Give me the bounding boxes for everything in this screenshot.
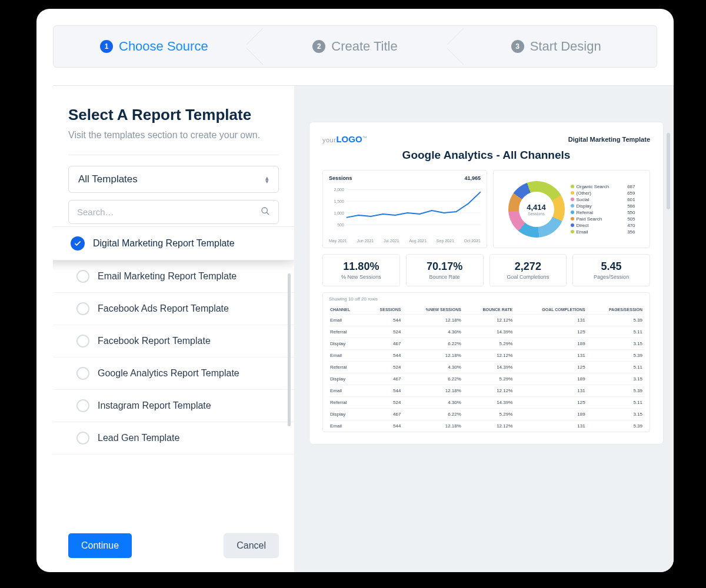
kpi-card: 11.80%% New Sessions <box>322 254 400 286</box>
kpi-card: 2,272Goal Completions <box>489 254 567 286</box>
app-frame: 1Choose Source2Create Title3Start Design… <box>36 9 674 572</box>
kpi-card: 5.45Pages/Session <box>572 254 650 286</box>
preview-report-title: Google Analytics - All Channels <box>322 149 650 162</box>
channels-table-card: Showing 10 off 20 rows CHANNELSESSIONS%N… <box>322 292 650 432</box>
step-label: Choose Source <box>119 39 208 54</box>
table-row: Display4676.22%5.29%1893.15 <box>329 373 644 385</box>
template-list: Digital Marketing Report TemplateEmail M… <box>53 226 294 522</box>
table-row: Email54412.18%12.12%1315.39 <box>329 350 644 362</box>
wizard-stepper: 1Choose Source2Create Title3Start Design <box>53 25 657 68</box>
radio-icon <box>76 270 89 283</box>
channels-donut-card: 4,414 Sessions Organic Search687(Other)6… <box>493 170 650 248</box>
template-filter-value: All Templates <box>78 173 138 185</box>
donut-center-label: Sessions <box>528 212 544 216</box>
table-row-hint: Showing 10 off 20 rows <box>329 296 644 302</box>
preview-template-name: Digital Marketing Template <box>568 136 650 143</box>
template-item[interactable]: Facebook Ads Report Template <box>53 293 294 325</box>
template-filter-select[interactable]: All Templates ▴▾ <box>68 166 279 193</box>
table-row: Email54412.18%12.12%1315.39 <box>329 315 644 326</box>
cancel-button[interactable]: Cancel <box>224 533 279 558</box>
wizard-body: Select A Report Template Visit the templ… <box>53 85 674 572</box>
legend-item: Email356 <box>571 229 635 235</box>
panel-subtitle: Visit the templates section to create yo… <box>53 124 294 141</box>
template-panel: Select A Report Template Visit the templ… <box>53 86 294 572</box>
panel-title: Select A Report Template <box>53 106 294 124</box>
table-row: Display4676.22%5.29%1893.15 <box>329 409 644 420</box>
template-item[interactable]: Instagram Report Template <box>53 390 294 422</box>
sessions-total: 41,965 <box>464 175 481 181</box>
template-label: Lead Gen Template <box>98 433 179 443</box>
table-row: Referral5244.30%14.39%1255.11 <box>329 397 644 409</box>
donut-center-value: 4,414 <box>527 203 546 212</box>
preview-scrollbar[interactable] <box>667 133 670 209</box>
legend-item: Social601 <box>571 197 635 202</box>
updown-icon: ▴▾ <box>265 176 269 183</box>
radio-icon <box>76 399 89 412</box>
kpi-card: 70.17%Bounce Rate <box>406 254 484 286</box>
svg-text:1,500: 1,500 <box>334 199 344 203</box>
table-row: Referral5244.30%14.39%1255.11 <box>329 326 644 338</box>
table-row: Email54412.18%12.12%1315.39 <box>329 385 644 397</box>
step-label: Start Design <box>530 39 601 54</box>
template-label: Facebook Report Template <box>98 336 211 346</box>
legend-item: Display586 <box>571 203 635 209</box>
continue-button[interactable]: Continue <box>68 533 132 558</box>
channels-table: CHANNELSESSIONS%NEW SESSIONSBOUNCE RATEG… <box>329 305 644 432</box>
search-placeholder: Search… <box>77 207 114 217</box>
template-search-input[interactable]: Search… <box>68 200 279 224</box>
step-start-design[interactable]: 3Start Design <box>455 26 657 67</box>
sessions-line-chart: 2,000 1,500 1,000 500 <box>329 183 481 236</box>
legend-item: Direct470 <box>571 223 635 228</box>
radio-icon <box>76 335 89 348</box>
legend-item: Paid Search505 <box>571 216 635 222</box>
template-item[interactable]: Google Analytics Report Template <box>53 358 294 390</box>
template-label: Digital Marketing Report Template <box>93 238 235 249</box>
legend-item: Referral550 <box>571 210 635 215</box>
table-row: Display4676.22%5.29%1893.15 <box>329 338 644 350</box>
sessions-x-axis: May 2021Jun 2021Jul 2021Aug 2021Sep 2021… <box>329 239 481 243</box>
template-label: Email Marketing Report Template <box>98 271 237 282</box>
sessions-chart-card: Sessions 41,965 2,000 1,500 1,000 500 <box>322 170 487 248</box>
list-scrollbar[interactable] <box>288 273 291 426</box>
radio-icon <box>76 367 89 380</box>
svg-text:500: 500 <box>337 223 344 227</box>
table-row: Referral5244.30%14.39%1255.11 <box>329 362 644 373</box>
svg-text:2,000: 2,000 <box>334 188 344 192</box>
template-item[interactable]: Lead Gen Template <box>53 422 294 455</box>
report-preview: yourLOGO™ Digital Marketing Template Goo… <box>309 122 663 444</box>
step-label: Create Title <box>331 39 398 54</box>
step-number: 1 <box>100 40 113 53</box>
step-create-title[interactable]: 2Create Title <box>255 26 456 67</box>
template-label: Facebook Ads Report Template <box>98 303 229 314</box>
table-row: Email54412.18%12.12%1315.39 <box>329 420 644 432</box>
legend-item: Organic Search687 <box>571 184 635 189</box>
radio-icon <box>76 302 89 315</box>
sessions-label: Sessions <box>329 175 352 181</box>
donut-legend: Organic Search687(Other)659Social601Disp… <box>571 184 635 235</box>
divider <box>68 155 279 155</box>
svg-point-0 <box>262 208 267 213</box>
donut-chart: 4,414 Sessions <box>508 181 565 238</box>
step-number: 2 <box>312 40 325 53</box>
search-icon <box>261 206 270 218</box>
radio-icon <box>76 432 89 445</box>
step-number: 3 <box>511 40 524 53</box>
svg-line-1 <box>267 212 269 215</box>
kpi-row: 11.80%% New Sessions70.17%Bounce Rate2,2… <box>322 254 650 286</box>
template-item[interactable]: Facebook Report Template <box>53 325 294 358</box>
preview-logo: yourLOGO™ <box>322 134 367 144</box>
svg-text:1,000: 1,000 <box>334 211 344 215</box>
preview-pane: yourLOGO™ Digital Marketing Template Goo… <box>294 86 674 572</box>
panel-footer: Continue Cancel <box>53 522 294 558</box>
template-label: Google Analytics Report Template <box>98 368 239 379</box>
template-item[interactable]: Email Marketing Report Template <box>53 260 294 293</box>
template-item[interactable]: Digital Marketing Report Template <box>53 226 294 260</box>
template-label: Instagram Report Template <box>98 400 211 411</box>
step-choose-source[interactable]: 1Choose Source <box>54 26 255 67</box>
check-icon <box>71 236 85 250</box>
legend-item: (Other)659 <box>571 191 635 196</box>
